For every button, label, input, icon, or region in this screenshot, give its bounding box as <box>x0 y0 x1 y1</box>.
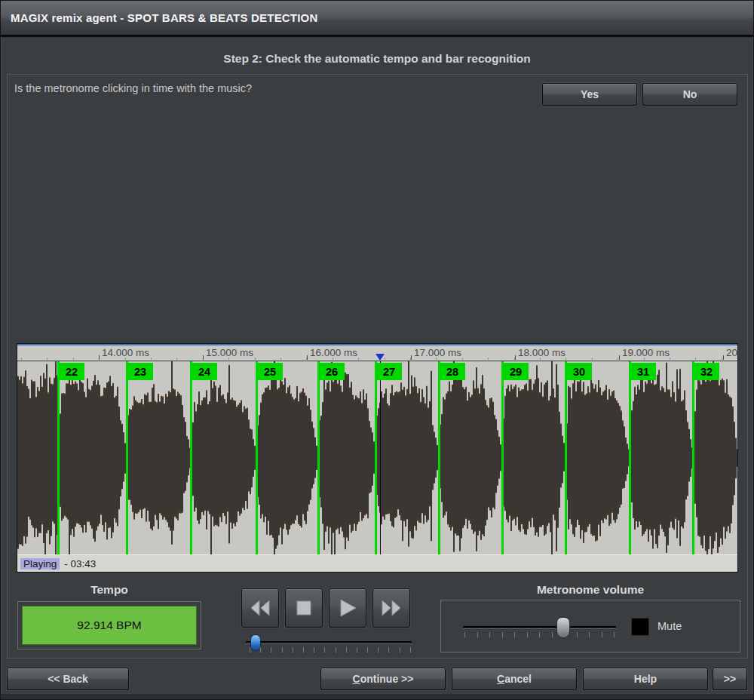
bar-number-label[interactable]: 24 <box>192 363 217 380</box>
ruler-tick <box>723 355 724 360</box>
ruler-tick <box>515 355 516 360</box>
ruler-tick <box>307 355 308 360</box>
window-bottom-edge <box>1 694 753 699</box>
status-bar: Playing - 03:43 <box>17 554 737 572</box>
ruler-time-label: 17.000 ms <box>414 347 461 358</box>
bar-marker-line[interactable] <box>629 361 631 554</box>
ruler-tick <box>203 355 204 360</box>
fast-forward-button[interactable] <box>372 588 410 628</box>
bar-marker-line[interactable] <box>57 361 60 554</box>
ruler-time-label: 16.000 ms <box>310 347 357 358</box>
stop-icon <box>295 599 313 617</box>
ruler-minor-tick <box>385 358 385 360</box>
window-title: MAGIX remix agent - SPOT BARS & BEATS DE… <box>11 11 318 24</box>
play-icon <box>338 598 357 618</box>
ruler-minor-tick <box>592 358 593 360</box>
bar-number-label[interactable]: 23 <box>127 363 153 380</box>
ruler-time-label: 19.000 ms <box>622 347 670 358</box>
playhead-marker-icon[interactable] <box>375 354 385 361</box>
bar-number-label[interactable]: 28 <box>440 363 465 380</box>
metronome-volume-label: Metronome volume <box>440 583 740 597</box>
metronome-frame: Mute <box>440 600 740 652</box>
more-button[interactable]: >> <box>713 668 747 690</box>
ruler-tick <box>99 355 100 360</box>
rewind-button[interactable] <box>241 588 279 628</box>
bar-marker-line[interactable] <box>565 361 567 554</box>
title-bar[interactable]: MAGIX remix agent - SPOT BARS & BEATS DE… <box>1 1 753 37</box>
ruler-minor-tick <box>722 358 722 360</box>
bar-marker-line[interactable] <box>375 361 377 554</box>
bar-number-label[interactable]: 27 <box>376 363 402 380</box>
stop-button[interactable] <box>285 588 323 628</box>
ruler-minor-tick <box>73 358 74 360</box>
ruler-tick <box>411 355 412 360</box>
ruler-minor-tick <box>176 358 177 360</box>
transport-controls <box>241 588 410 628</box>
tempo-label: Tempo <box>17 583 201 597</box>
wave-area[interactable]: 2223242526272829303132 <box>17 361 737 554</box>
ruler-minor-tick <box>21 358 22 360</box>
tempo-frame: 92.914 BPM <box>17 601 201 649</box>
bar-number-label[interactable]: 29 <box>503 363 529 380</box>
waveform-panel: 14.000 ms15.000 ms16.000 ms17.000 ms18.0… <box>17 343 738 573</box>
status-time: - 03:43 <box>64 558 96 570</box>
metronome-question: Is the metronome clicking in time with t… <box>14 82 252 94</box>
yes-button[interactable]: Yes <box>542 83 637 106</box>
ruler-minor-tick <box>47 358 48 360</box>
bar-marker-line[interactable] <box>317 361 320 554</box>
fast-forward-icon <box>380 599 403 617</box>
bar-marker-line[interactable] <box>190 361 192 554</box>
ruler-minor-tick <box>151 358 152 360</box>
bar-number-label[interactable]: 30 <box>566 363 592 380</box>
bar-marker-line[interactable] <box>256 361 258 554</box>
bar-number-label[interactable]: 31 <box>630 363 656 380</box>
ruler-minor-tick <box>488 358 489 360</box>
ruler-minor-tick <box>462 358 463 360</box>
tempo-value-display: 92.914 BPM <box>22 606 197 645</box>
ruler-minor-tick <box>255 358 256 360</box>
step-heading: Step 2: Check the automatic tempo and ba… <box>1 52 753 66</box>
cancel-button[interactable]: Cancel <box>452 668 577 690</box>
bar-number-label[interactable]: 26 <box>319 363 345 380</box>
bar-marker-line[interactable] <box>501 361 504 554</box>
ruler-minor-tick <box>695 358 696 360</box>
bar-number-label[interactable]: 32 <box>694 363 719 380</box>
status-badge: Playing <box>20 558 60 570</box>
no-button[interactable]: No <box>642 83 737 106</box>
bar-marker-line[interactable] <box>438 361 440 554</box>
metronome-slider-track[interactable] <box>463 626 616 629</box>
timeline-ruler[interactable]: 14.000 ms15.000 ms16.000 ms17.000 ms18.0… <box>17 344 737 361</box>
dialog-window: MAGIX remix agent - SPOT BARS & BEATS DE… <box>0 0 754 700</box>
mute-checkbox[interactable] <box>632 619 648 635</box>
ruler-minor-tick <box>670 358 670 360</box>
ruler-tick <box>619 355 620 360</box>
help-button[interactable]: Help <box>583 668 708 690</box>
back-button[interactable]: << Back <box>7 668 129 690</box>
ruler-time-label: 18.000 ms <box>518 347 566 358</box>
bar-marker-line[interactable] <box>126 361 128 554</box>
bar-marker-line[interactable] <box>692 361 694 554</box>
bar-number-label[interactable]: 22 <box>59 363 84 380</box>
bar-number-label[interactable]: 25 <box>257 363 283 380</box>
ruler-time-label: 15.000 ms <box>206 347 253 358</box>
ruler-minor-tick <box>618 358 618 360</box>
rewind-icon <box>249 599 271 617</box>
playhead-line <box>380 361 381 554</box>
ruler-minor-tick <box>566 358 566 360</box>
continue-button[interactable]: Continue >> <box>320 668 446 690</box>
ruler-minor-tick <box>358 358 359 360</box>
play-button[interactable] <box>329 588 366 628</box>
position-slider-track[interactable] <box>246 641 412 644</box>
metronome-slider-ticks <box>464 632 615 637</box>
ruler-minor-tick <box>280 358 281 360</box>
position-slider-ticks <box>250 647 411 652</box>
ruler-time-label: 14.000 ms <box>102 347 149 358</box>
ruler-time-label: 20. <box>726 347 737 358</box>
mute-label: Mute <box>657 620 682 632</box>
